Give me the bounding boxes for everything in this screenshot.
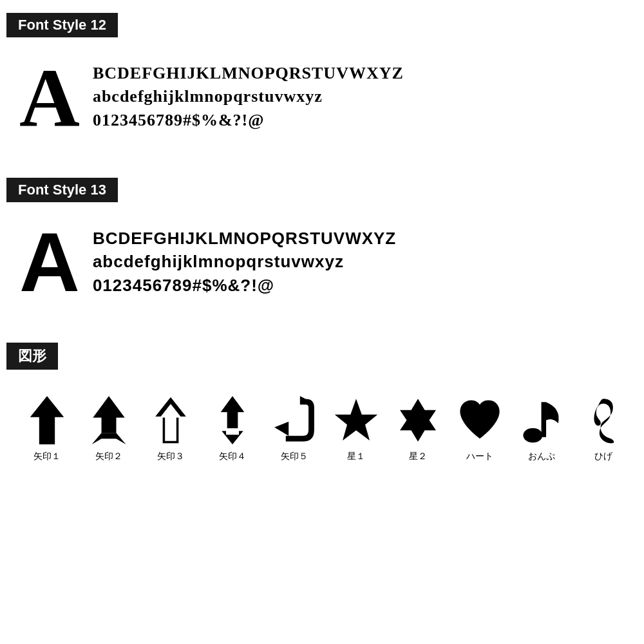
font-style-12-demo: A BCDEFGHIJKLMNOPQRSTUVWXYZ abcdefghijkl… <box>6 49 638 152</box>
shapes-grid: 矢印１ 矢印２ <box>6 381 638 469</box>
font-style-12-row1: BCDEFGHIJKLMNOPQRSTUVWXYZ <box>93 62 404 85</box>
shape-hoshi1: 星１ <box>328 394 384 462</box>
hige-icon <box>580 394 628 446</box>
hoshi1-label: 星１ <box>347 451 365 462</box>
yajirushi2-svg <box>86 396 131 444</box>
font-style-13-label: Font Style 13 <box>6 178 118 202</box>
font-style-12-label: Font Style 12 <box>6 13 118 37</box>
heart-label: ハート <box>466 451 493 462</box>
shape-hige: ひげ <box>576 394 631 462</box>
svg-marker-6 <box>222 431 243 444</box>
font-style-12-row2: abcdefghijklmnopqrstuvwxyz <box>93 85 404 108</box>
yajirushi1-icon <box>23 394 71 446</box>
svg-point-10 <box>523 428 542 442</box>
shape-yajirushi2: 矢印２ <box>81 394 137 462</box>
hoshi2-label: 星２ <box>409 451 427 462</box>
svg-marker-8 <box>335 399 378 440</box>
yajirushi4-icon <box>209 394 257 446</box>
svg-marker-1 <box>93 396 124 433</box>
svg-marker-0 <box>30 396 64 444</box>
yajirushi5-svg <box>272 396 317 444</box>
hige-svg <box>581 396 626 444</box>
yajirushi5-label: 矢印５ <box>281 451 308 462</box>
shapes-section: 図形 矢印１ 矢印２ <box>6 343 638 469</box>
font-style-13-chars: BCDEFGHIJKLMNOPQRSTUVWXYZ abcdefghijklmn… <box>93 220 396 297</box>
page: Font Style 12 A BCDEFGHIJKLMNOPQRSTUVWXY… <box>0 0 644 482</box>
yajirushi4-svg <box>210 396 255 444</box>
yajirushi2-label: 矢印２ <box>95 451 122 462</box>
hoshi1-svg <box>334 396 379 444</box>
hige-label: ひげ <box>594 451 612 462</box>
font-style-12-row3: 0123456789#$%&?!@ <box>93 109 404 132</box>
svg-marker-5 <box>221 396 245 428</box>
yajirushi3-icon <box>147 394 195 446</box>
font-style-13-row3: 0123456789#$%&?!@ <box>93 274 396 297</box>
svg-marker-7 <box>274 421 289 435</box>
onpu-svg <box>519 396 564 444</box>
heart-svg <box>457 396 502 444</box>
yajirushi5-icon <box>270 394 319 446</box>
svg-marker-2 <box>92 433 126 444</box>
font-style-12-chars: BCDEFGHIJKLMNOPQRSTUVWXYZ abcdefghijklmn… <box>93 55 404 132</box>
font-style-13-big-letter: A <box>19 220 80 304</box>
svg-rect-11 <box>542 402 547 437</box>
hoshi1-icon <box>332 394 381 446</box>
heart-icon <box>456 394 504 446</box>
yajirushi1-svg <box>24 396 70 444</box>
font-style-13-demo: A BCDEFGHIJKLMNOPQRSTUVWXYZ abcdefghijkl… <box>6 214 638 317</box>
yajirushi3-label: 矢印３ <box>157 451 184 462</box>
shape-yajirushi3: 矢印３ <box>143 394 198 462</box>
font-style-13-row2: abcdefghijklmnopqrstuvwxyz <box>93 250 396 273</box>
shape-yajirushi4: 矢印４ <box>205 394 260 462</box>
shape-yajirushi1: 矢印１ <box>19 394 75 462</box>
svg-marker-9 <box>400 399 436 442</box>
font-style-12-section: Font Style 12 A BCDEFGHIJKLMNOPQRSTUVWXY… <box>6 13 638 152</box>
shape-heart: ハート <box>452 394 507 462</box>
yajirushi4-label: 矢印４ <box>219 451 246 462</box>
font-style-12-big-letter: A <box>19 55 80 139</box>
onpu-icon <box>518 394 566 446</box>
shape-onpu: おんぷ <box>514 394 569 462</box>
shapes-label: 図形 <box>6 343 58 370</box>
shape-hoshi2: 星２ <box>390 394 446 462</box>
yajirushi3-svg <box>148 396 193 444</box>
font-style-13-row1: BCDEFGHIJKLMNOPQRSTUVWXYZ <box>93 227 396 250</box>
hoshi2-svg <box>395 396 440 444</box>
hoshi2-icon <box>394 394 442 446</box>
onpu-label: おんぷ <box>528 451 555 462</box>
yajirushi2-icon <box>85 394 133 446</box>
shape-yajirushi5: 矢印５ <box>267 394 322 462</box>
yajirushi1-label: 矢印１ <box>33 451 61 462</box>
font-style-13-section: Font Style 13 A BCDEFGHIJKLMNOPQRSTUVWXY… <box>6 178 638 317</box>
